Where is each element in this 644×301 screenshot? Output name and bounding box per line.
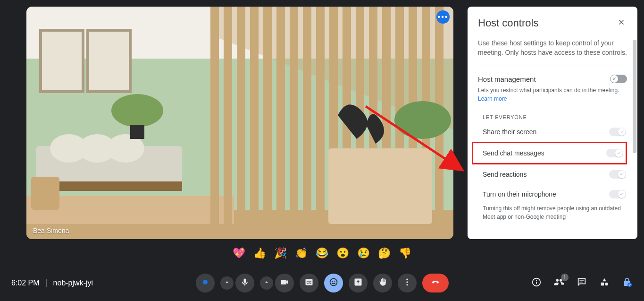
info-icon (531, 277, 542, 289)
clock-time: 6:02 PM (11, 279, 40, 287)
svg-rect-43 (536, 282, 537, 284)
host-management-sub: Lets you restrict what participants can … (478, 86, 627, 103)
svg-rect-45 (579, 280, 584, 281)
host-management-sub-text: Lets you restrict what participants can … (478, 87, 619, 94)
close-panel-button[interactable] (616, 17, 627, 29)
captions-icon (304, 277, 314, 289)
svg-point-40 (406, 281, 408, 283)
reaction-surprised[interactable]: 😮 (336, 247, 350, 260)
reaction-thumbs-up[interactable]: 👍 (253, 247, 267, 260)
separator (478, 66, 627, 66)
reaction-sad[interactable]: 😢 (357, 247, 370, 260)
svg-point-37 (332, 281, 333, 282)
participant-name: Bea Simona (33, 227, 69, 234)
svg-rect-47 (601, 283, 604, 285)
chevron-up-icon (263, 279, 270, 287)
reactions-toggle-button[interactable] (324, 274, 343, 292)
let-everyone-subhead: LET EVERYONE (483, 114, 627, 120)
more-vert-icon (402, 277, 412, 289)
leave-call-button[interactable] (422, 274, 449, 292)
mic-icon (240, 277, 250, 289)
svg-point-44 (536, 280, 537, 281)
svg-point-12 (111, 94, 163, 127)
mic-note: Turning this off might remove people usi… (483, 204, 627, 221)
svg-point-48 (605, 283, 608, 285)
setting-turn-on-mic: Turn on their microphone (478, 184, 627, 204)
reaction-heart[interactable]: 💖 (233, 247, 246, 260)
svg-rect-46 (579, 282, 582, 282)
reaction-party[interactable]: 🎉 (274, 247, 287, 260)
reactions-bar: 💖 👍 🎉 👏 😂 😮 😢 🤔 👎 (0, 247, 644, 260)
turn-on-mic-toggle[interactable] (609, 190, 626, 198)
video-background (26, 7, 453, 239)
svg-point-39 (406, 279, 408, 280)
camera-icon (280, 277, 289, 289)
participants-badge: 1 (561, 274, 569, 281)
send-chat-toggle[interactable] (606, 149, 623, 157)
shapes-icon (599, 277, 610, 289)
setting-share-screen-label: Share their screen (483, 128, 536, 136)
video-tile: Bea Simona ••• (26, 7, 453, 239)
present-button[interactable] (349, 274, 368, 292)
host-management-title: Host management (478, 75, 536, 83)
reaction-thumbs-down[interactable]: 👎 (399, 247, 412, 260)
setting-send-chat: Send chat messages (472, 142, 627, 164)
svg-point-36 (330, 279, 337, 286)
svg-point-38 (334, 281, 335, 282)
host-controls-button[interactable] (621, 277, 633, 289)
meeting-code: nob-pjwk-jyi (53, 279, 93, 287)
setting-turn-on-mic-label: Turn on their microphone (483, 190, 556, 198)
mic-button[interactable] (235, 274, 254, 292)
present-icon (353, 277, 363, 289)
controls-center (196, 274, 449, 292)
svg-point-34 (394, 101, 451, 139)
setting-send-reactions-label: Send reactions (483, 171, 527, 178)
activities-button[interactable] (599, 277, 610, 289)
participants-button[interactable]: 1 (553, 277, 565, 289)
phone-hangup-icon (431, 277, 440, 289)
ellipsis-icon: ••• (438, 13, 449, 21)
host-controls-panel: Host controls Use these host settings to… (468, 7, 637, 239)
captions-button[interactable] (300, 274, 318, 292)
reaction-clap[interactable]: 👏 (295, 247, 308, 260)
scrollbar[interactable] (633, 40, 636, 153)
noise-cancel-button[interactable] (196, 274, 215, 292)
close-icon (617, 18, 626, 28)
tile-more-button[interactable]: ••• (436, 10, 450, 24)
lock-icon (622, 277, 632, 289)
circle-icon (201, 277, 210, 289)
meeting-details-button[interactable] (531, 277, 542, 289)
svg-point-35 (203, 280, 208, 284)
camera-options-button[interactable] (260, 276, 273, 290)
mic-options-button[interactable] (220, 276, 234, 290)
raise-hand-button[interactable] (373, 274, 392, 292)
reaction-joy[interactable]: 😂 (316, 247, 329, 260)
svg-rect-13 (130, 125, 144, 139)
controls-right: 1 (531, 277, 633, 289)
bottom-bar: 6:02 PM nob-pjwk-jyi (0, 265, 644, 301)
svg-rect-4 (41, 30, 83, 92)
hand-icon (378, 277, 387, 289)
setting-share-screen: Share their screen (478, 122, 627, 142)
chat-icon (577, 277, 587, 289)
host-management-toggle[interactable] (610, 75, 627, 83)
divider (46, 279, 47, 287)
send-reactions-toggle[interactable] (609, 170, 626, 179)
chat-button[interactable] (576, 277, 587, 289)
meeting-info: 6:02 PM nob-pjwk-jyi (11, 279, 93, 287)
svg-rect-11 (31, 177, 59, 210)
setting-send-chat-label: Send chat messages (483, 149, 544, 157)
smile-icon (329, 277, 338, 289)
reaction-thinking[interactable]: 🤔 (378, 247, 391, 260)
learn-more-link[interactable]: Learn more (478, 95, 507, 102)
panel-title: Host controls (478, 17, 538, 29)
svg-rect-14 (210, 7, 219, 239)
more-options-button[interactable] (398, 274, 417, 292)
panel-body[interactable]: Use these host settings to keep control … (468, 35, 637, 239)
share-screen-toggle[interactable] (609, 128, 626, 136)
camera-button[interactable] (275, 274, 294, 292)
svg-rect-5 (88, 30, 130, 92)
svg-rect-33 (328, 148, 432, 224)
panel-description: Use these host settings to keep control … (478, 39, 627, 57)
svg-point-41 (406, 284, 408, 285)
